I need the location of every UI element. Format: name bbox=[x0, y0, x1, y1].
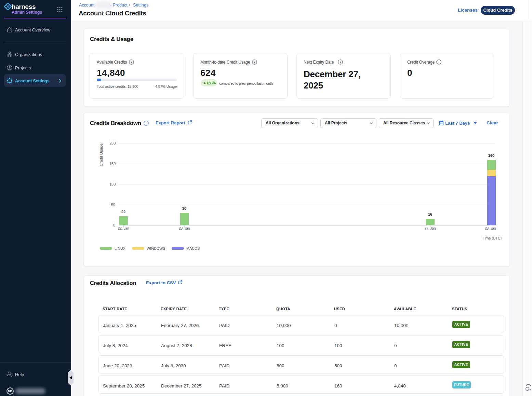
svg-text:?: ? bbox=[8, 372, 9, 374]
